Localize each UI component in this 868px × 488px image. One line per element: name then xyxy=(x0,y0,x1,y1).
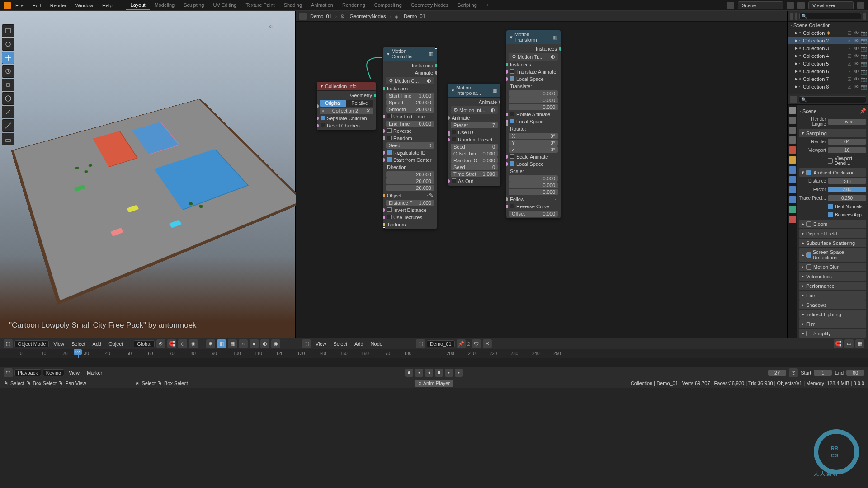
panel-depth-of-field[interactable]: ▸ Depth of Field xyxy=(799,229,866,238)
offset[interactable]: Offset0.000 xyxy=(509,211,558,217)
current-frame[interactable]: 27 xyxy=(768,370,786,376)
scene-collection-row[interactable]: ▫ Scene Collection xyxy=(788,22,868,29)
snap-target-icon[interactable]: ◇ xyxy=(178,339,187,348)
outliner-search[interactable] xyxy=(799,13,861,19)
overlay-icon[interactable]: ◧ xyxy=(217,339,226,348)
follow[interactable]: Follow▫ xyxy=(506,196,561,203)
node-editor[interactable]: Demo_01 › ⚙ GeometryNodes › ◈ Demo_01 ▾C… xyxy=(296,11,788,338)
socket-instances-in[interactable]: Instances xyxy=(383,85,437,92)
add-tool[interactable] xyxy=(2,133,14,145)
panel-screen-space-reflections[interactable]: ▸ Screen Space Reflections xyxy=(799,248,866,262)
scale-tool[interactable] xyxy=(2,79,14,91)
material-tab[interactable] xyxy=(789,216,796,223)
restrict-select-icon[interactable]: ☑ xyxy=(847,76,853,82)
restrict-select-icon[interactable]: ☑ xyxy=(847,69,853,74)
render-samples[interactable]: 64 xyxy=(828,139,866,145)
reset-children[interactable]: Reset Children xyxy=(317,122,376,129)
local-space-t[interactable]: Local Space xyxy=(506,75,561,83)
textures-socket[interactable]: Textures xyxy=(383,221,437,228)
visibility-icon[interactable]: 👁 xyxy=(854,76,859,82)
workspace-tab-compositing[interactable]: Compositing xyxy=(370,0,406,10)
world-tab[interactable] xyxy=(789,146,796,154)
invert-distance[interactable]: Invert Distance xyxy=(383,206,437,214)
scene-tab[interactable] xyxy=(789,136,796,144)
shade-solid-icon[interactable]: ● xyxy=(250,339,259,348)
pivot-icon[interactable]: ⊙ xyxy=(156,339,165,348)
output-tab[interactable] xyxy=(789,117,796,124)
panel-subsurface-scattering[interactable]: ▸ Subsurface Scattering xyxy=(799,239,866,247)
workspace-tab-scripting[interactable]: Scripting xyxy=(453,0,481,10)
preset[interactable]: Preset7 xyxy=(451,122,498,128)
render-visibility-icon[interactable]: 📷 xyxy=(861,61,866,66)
local-space-s[interactable]: Local Space xyxy=(506,160,561,168)
bounces-check[interactable] xyxy=(828,212,833,217)
sx[interactable]: 0.000 xyxy=(509,175,558,182)
smooth[interactable]: Smooth20.000 xyxy=(386,106,434,113)
node-select-menu[interactable]: Select xyxy=(330,340,350,347)
shield-icon[interactable]: 🛡 xyxy=(472,339,481,348)
speed[interactable]: Speed20.000 xyxy=(386,99,434,106)
time-stretch[interactable]: Time Stret1.000 xyxy=(451,171,498,177)
anim-player-chip[interactable]: ✕ Anim Player xyxy=(415,380,453,387)
node-motion-interpolation[interactable]: ▾Motion Interpolat...▥ Animate ⚙Motion I… xyxy=(448,84,500,186)
cursor-tool[interactable] xyxy=(2,38,14,51)
data-tab[interactable] xyxy=(789,206,796,213)
end-frame[interactable]: 60 xyxy=(846,370,864,376)
start-time[interactable]: Start Time1.000 xyxy=(386,93,434,99)
render-visibility-icon[interactable]: 📷 xyxy=(861,69,866,74)
start-from-center[interactable]: Start from Center xyxy=(383,156,437,164)
viewport-samples[interactable]: 16 xyxy=(828,147,866,153)
measure-tool[interactable] xyxy=(2,119,14,132)
prev-key-icon[interactable] xyxy=(425,369,433,377)
timeline[interactable]: 27 0102030405060708090100110120130140150… xyxy=(0,349,868,367)
collection-field[interactable]: ▫Collection 2✕ xyxy=(320,108,373,114)
panel-volumetrics[interactable]: ▸ Volumetrics xyxy=(799,272,866,281)
playback-menu[interactable]: Playback xyxy=(14,369,41,376)
outliner-row[interactable]: ▸ ▫ Collection 7☑👁📷 xyxy=(788,75,868,83)
restrict-select-icon[interactable]: ☑ xyxy=(847,53,853,59)
socket-animate-out[interactable]: Animate xyxy=(448,99,500,106)
distance-f[interactable]: Distance F1.000 xyxy=(386,200,434,206)
3d-viewport[interactable]: "Cartoon Lowpoly Small City Free Pack" b… xyxy=(0,11,296,338)
jump-start-icon[interactable] xyxy=(415,369,423,377)
reverse-curve[interactable]: Reverse Curve xyxy=(506,203,561,210)
node-add-menu[interactable]: Add xyxy=(352,340,366,347)
render-visibility-icon[interactable]: 📷 xyxy=(861,76,866,82)
pin-icon[interactable]: 📌 xyxy=(860,108,866,114)
scene-selector[interactable]: Scene xyxy=(738,1,783,9)
workspace-tab-modeling[interactable]: Modeling xyxy=(150,0,179,10)
rz[interactable]: Z0° xyxy=(509,146,558,153)
shade-render-icon[interactable]: ◉ xyxy=(271,339,280,348)
menu-help[interactable]: Help xyxy=(98,3,117,8)
inner-motion-c[interactable]: ⚙Motion C...◐ xyxy=(386,77,434,84)
outliner-row[interactable]: ▸ ▫ Collection 8☑👁📷 xyxy=(788,83,868,90)
restrict-select-icon[interactable]: ☑ xyxy=(847,84,853,89)
shade-mat-icon[interactable]: ◐ xyxy=(260,339,269,348)
local-space-r[interactable]: Local Space xyxy=(506,118,561,125)
snap-node-icon[interactable]: 🧲 xyxy=(834,339,843,348)
panel-performance[interactable]: ▸ Performance xyxy=(799,282,866,290)
socket-geometry[interactable]: Geometry xyxy=(317,92,376,99)
sy[interactable]: 0.000 xyxy=(509,182,558,188)
panel-enable-check[interactable] xyxy=(806,331,811,336)
random-o[interactable]: Random O0.000 xyxy=(451,157,498,164)
dir-y[interactable]: 20.000 xyxy=(386,178,434,184)
breadcrumb-tree[interactable]: Demo_01 xyxy=(404,14,425,19)
ao-trace[interactable]: 0.250 xyxy=(828,195,866,201)
jump-end-icon[interactable] xyxy=(455,369,463,377)
workspace-tab-rendering[interactable]: Rendering xyxy=(338,0,370,10)
outliner[interactable]: ▫ Scene Collection ▸ ▫ Collection ◈☑👁📷▸ … xyxy=(788,22,868,94)
restrict-select-icon[interactable]: ☑ xyxy=(847,38,853,43)
dopesheet-editor-icon[interactable]: ⬚ xyxy=(416,339,425,348)
socket-animate-out[interactable]: Animate xyxy=(383,69,437,76)
preview-range-icon[interactable]: ⏱ xyxy=(789,368,798,377)
keying-menu[interactable]: Keying xyxy=(43,369,65,376)
snap-icon[interactable]: 🧲 xyxy=(167,339,176,348)
physics-tab[interactable] xyxy=(789,186,796,193)
use-end-time[interactable]: Use End Time xyxy=(383,113,437,120)
rotate-tool[interactable] xyxy=(2,65,14,78)
panel-motion-blur[interactable]: ▸ Motion Blur xyxy=(799,263,866,271)
visibility-icon[interactable]: 👁 xyxy=(854,53,859,59)
pause-icon[interactable] xyxy=(435,369,443,377)
dopesheet-tree[interactable]: Demo_01 xyxy=(427,340,455,347)
